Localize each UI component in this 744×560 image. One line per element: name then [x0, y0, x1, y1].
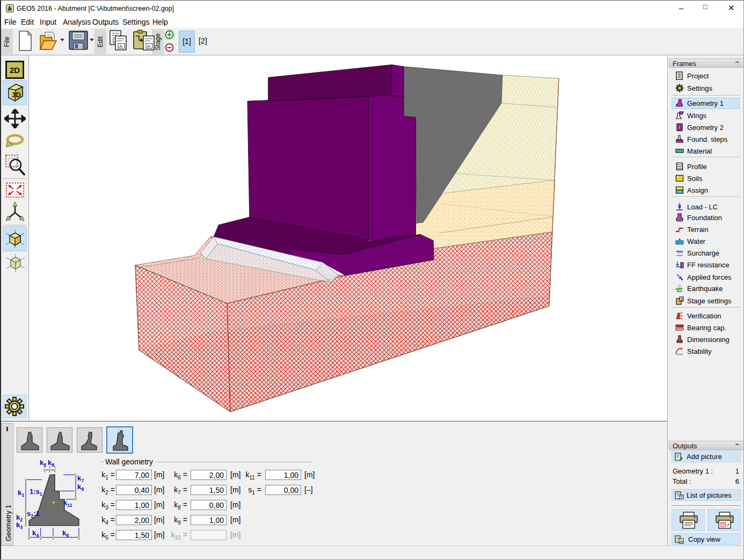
svg-text:k6: k6: [62, 529, 69, 538]
svg-text:k5: k5: [40, 459, 46, 468]
svg-text:2D: 2D: [10, 66, 20, 75]
svg-text:k7: k7: [77, 474, 84, 483]
svg-text:k1: k1: [18, 489, 24, 498]
svg-text:k4: k4: [32, 529, 39, 538]
svg-text:k11: k11: [63, 499, 72, 508]
svg-text:2: 2: [681, 297, 683, 302]
svg-text:1:s1: 1:s1: [30, 488, 42, 497]
svg-text:k8: k8: [48, 459, 54, 468]
svg-text:3D: 3D: [12, 91, 21, 99]
svg-text:k9: k9: [77, 483, 84, 492]
svg-text:s2:1: s2:1: [27, 510, 40, 519]
